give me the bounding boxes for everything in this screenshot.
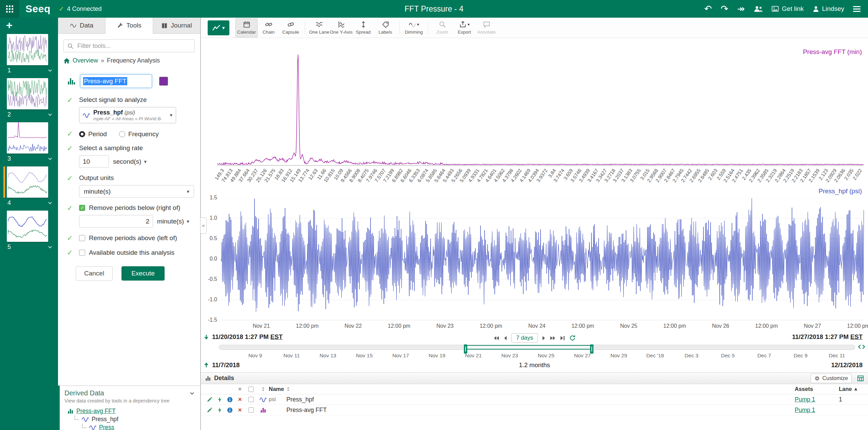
hamburger-menu-icon[interactable] [853, 6, 861, 12]
table-columns-icon[interactable] [857, 375, 864, 381]
redo-icon[interactable]: ↷ [721, 4, 729, 14]
signal-select-dropdown[interactable]: Press_hpf (psi) mple-AF » All Areas » PI… [79, 107, 176, 123]
color-swatch-button[interactable] [159, 77, 168, 86]
timeline-handle-left[interactable] [464, 344, 467, 354]
edit-icon[interactable] [204, 397, 214, 402]
worksheet-thumbnail[interactable] [7, 211, 48, 242]
sampling-rate-input[interactable] [79, 155, 109, 168]
chevron-down-icon[interactable] [48, 68, 53, 73]
refresh-icon[interactable] [569, 335, 575, 341]
tab-data[interactable]: Data [58, 18, 106, 33]
home-icon[interactable] [63, 58, 70, 64]
one-lane-button[interactable]: One Lane [308, 18, 330, 37]
range-end-timezone[interactable]: EST [850, 333, 863, 340]
worksheet-thumbnail[interactable] [7, 78, 48, 109]
chevron-down-icon[interactable] [48, 245, 53, 250]
info-icon[interactable] [225, 407, 235, 413]
tab-journal[interactable]: Journal [153, 18, 200, 33]
sort-icon[interactable] [257, 387, 269, 391]
output-units-dropdown[interactable]: minute(s) ▾ [79, 185, 194, 198]
remove-above-checkbox[interactable] [79, 235, 85, 241]
timeline-handle-right[interactable] [590, 344, 593, 354]
view-mode-button[interactable]: ▾ [208, 20, 229, 35]
breadcrumb-current: Frequency Analysis [107, 57, 160, 64]
name-column-header[interactable]: Name [269, 386, 284, 392]
collapse-chevron-icon[interactable] [189, 391, 195, 396]
labels-button[interactable]: Labels [374, 18, 396, 37]
step-to-end-icon[interactable] [560, 336, 565, 341]
present-icon[interactable]: ↠ [737, 4, 745, 14]
sort-icon[interactable] [287, 387, 290, 391]
investigate-end[interactable]: 12/12/2018 [831, 361, 863, 369]
tool-name-input[interactable]: Press-avg FFT [80, 74, 152, 88]
step-forward-double-icon[interactable] [550, 336, 556, 341]
info-icon[interactable] [225, 397, 235, 402]
one-y-axis-button[interactable]: One Y-Axis [330, 18, 352, 37]
worksheet-thumbnail[interactable] [7, 166, 48, 198]
row-checkbox[interactable] [248, 407, 254, 413]
user-menu-button[interactable]: Lindsey [813, 5, 845, 13]
asset-link[interactable]: Pump 1 [795, 407, 815, 414]
derived-item-link[interactable]: Press [99, 424, 114, 430]
customize-button[interactable]: Customize [811, 374, 852, 383]
lane-column-header[interactable]: Lane [839, 386, 852, 392]
available-outside-checkbox[interactable] [79, 250, 85, 256]
export-button[interactable]: ▾Export [453, 18, 475, 37]
remove-below-checkbox[interactable] [79, 205, 85, 211]
remove-all-icon[interactable]: × [235, 386, 245, 393]
users-icon[interactable] [754, 5, 763, 12]
dimming-button[interactable]: ▾Dimming [403, 18, 425, 37]
display-range-end[interactable]: 11/27/2018 1:27 PM EST [792, 333, 863, 341]
chevron-down-icon[interactable] [48, 200, 53, 205]
fft-chart[interactable] [217, 52, 864, 166]
row-checkbox[interactable] [248, 397, 254, 402]
new-worksheet-button[interactable]: + [6, 20, 58, 31]
chevron-down-icon[interactable] [48, 156, 53, 161]
filter-tools-input[interactable] [63, 39, 195, 52]
timeline-selection[interactable] [465, 345, 592, 350]
signal-chart[interactable] [221, 198, 864, 320]
remove-icon[interactable]: × [235, 406, 245, 414]
step-back-icon[interactable] [504, 336, 507, 341]
check-icon: ✓ [59, 5, 64, 13]
timeline-track[interactable] [219, 345, 855, 350]
remove-below-unit-dropdown[interactable]: minute(s) ▾ [157, 218, 189, 225]
derive-icon[interactable] [214, 407, 225, 413]
cancel-button[interactable]: Cancel [76, 266, 113, 281]
worksheet-thumbnail[interactable] [7, 122, 48, 154]
select-all-checkbox[interactable] [248, 387, 254, 392]
step-back-double-icon[interactable] [493, 336, 499, 341]
edit-icon[interactable] [204, 407, 214, 413]
investigate-start[interactable]: 11/7/2018 [204, 361, 240, 369]
panel-collapse-handle[interactable]: « [201, 217, 207, 234]
get-link-button[interactable]: Get link [772, 5, 804, 13]
range-start-timezone[interactable]: EST [270, 333, 283, 340]
signal-series-legend[interactable]: Press_hpf (psi) [818, 187, 862, 195]
capsule-button[interactable]: Capsule [280, 18, 302, 37]
period-radio[interactable]: Period [79, 130, 107, 138]
remove-below-value-input[interactable] [79, 215, 153, 228]
display-range-start[interactable]: 11/20/2018 1:27 PM EST [204, 333, 283, 341]
spread-button[interactable]: Spread [352, 18, 374, 37]
step-forward-icon[interactable] [542, 336, 546, 341]
chain-button[interactable]: Chain [258, 18, 280, 37]
asset-link[interactable]: Pump 1 [795, 396, 815, 403]
assets-column-header[interactable]: Assets [795, 386, 839, 392]
execute-button[interactable]: Execute [121, 266, 165, 281]
tab-tools[interactable]: Tools [106, 18, 153, 34]
connection-status[interactable]: ✓ 4 Connected [59, 5, 102, 13]
seeq-logo[interactable]: Seeq [25, 3, 51, 15]
full-range-icon[interactable] [858, 344, 865, 350]
apps-grid-button[interactable] [0, 0, 19, 18]
derive-icon[interactable] [214, 397, 225, 402]
worksheet-thumbnail[interactable] [7, 34, 48, 65]
breadcrumb-overview-link[interactable]: Overview [73, 57, 98, 64]
calendar-button[interactable]: Calendar [235, 18, 258, 37]
sampling-unit-dropdown[interactable]: second(s) ▾ [113, 158, 147, 165]
derived-item-link[interactable]: Press-avg FFT [76, 408, 116, 415]
duration-button[interactable]: 7 days [511, 333, 538, 343]
chevron-down-icon[interactable] [48, 112, 53, 117]
frequency-radio[interactable]: Frequency [119, 130, 159, 138]
remove-icon[interactable]: × [235, 396, 245, 403]
undo-icon[interactable]: ↶ [704, 4, 712, 14]
